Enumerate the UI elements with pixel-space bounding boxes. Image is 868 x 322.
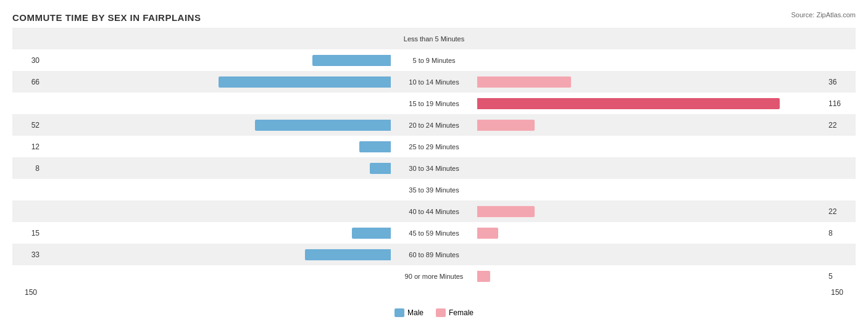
female-bar xyxy=(477,206,535,217)
axis-right: 150 xyxy=(831,288,843,297)
row-label: 25 to 29 Minutes xyxy=(409,143,459,151)
chart-row: 66 10 to 14 Minutes 36 xyxy=(12,71,856,93)
male-value: 30 xyxy=(12,56,43,65)
bar-inner: 35 to 39 Minutes xyxy=(43,179,825,200)
row-label: 30 to 34 Minutes xyxy=(409,165,459,172)
chart-row: 15 to 19 Minutes 116 xyxy=(12,93,856,114)
chart-container: COMMUTE TIME BY SEX IN FAIRPLAINS Source… xyxy=(0,0,868,322)
bar-inner: 10 to 14 Minutes xyxy=(43,71,825,93)
bar-inner: 90 or more Minutes xyxy=(43,265,825,287)
bar-inner: 25 to 29 Minutes xyxy=(43,136,825,157)
bar-inner: 5 to 9 Minutes xyxy=(43,49,825,71)
chart-row: 8 30 to 34 Minutes xyxy=(12,157,856,179)
row-label: 20 to 24 Minutes xyxy=(409,122,459,129)
chart-row: 15 45 to 59 Minutes 8 xyxy=(12,222,856,244)
female-value: 22 xyxy=(825,207,856,216)
female-bar xyxy=(477,76,571,88)
bar-inner: 20 to 24 Minutes xyxy=(43,114,825,136)
female-color-swatch xyxy=(436,308,446,317)
row-label-zone: 35 to 39 Minutes xyxy=(391,179,477,200)
row-label-zone: 45 to 59 Minutes xyxy=(391,222,477,244)
male-bar xyxy=(305,249,391,260)
chart-row: 12 25 to 29 Minutes xyxy=(12,136,856,157)
bottom-axis: 150 150 xyxy=(12,288,856,297)
bar-inner: 15 to 19 Minutes xyxy=(43,93,825,114)
row-label: 10 to 14 Minutes xyxy=(409,78,459,86)
male-value: 8 xyxy=(12,164,43,173)
row-label-zone: 60 to 89 Minutes xyxy=(391,244,477,265)
row-label-zone: 20 to 24 Minutes xyxy=(391,114,477,136)
female-bar xyxy=(477,228,498,239)
male-bar xyxy=(219,76,391,88)
female-value: 5 xyxy=(825,272,856,281)
male-value: 12 xyxy=(12,142,43,151)
row-label: 45 to 59 Minutes xyxy=(409,229,459,237)
chart-row: 33 60 to 89 Minutes xyxy=(12,244,856,265)
axis-left: 150 xyxy=(25,288,37,297)
row-label: 35 to 39 Minutes xyxy=(409,186,459,194)
row-label: Less than 5 Minutes xyxy=(404,35,464,43)
female-value: 116 xyxy=(825,99,856,108)
chart-row: 35 to 39 Minutes xyxy=(12,179,856,200)
row-label-zone: Less than 5 Minutes xyxy=(391,28,477,49)
row-label-zone: 10 to 14 Minutes xyxy=(391,71,477,93)
chart-title: COMMUTE TIME BY SEX IN FAIRPLAINS xyxy=(12,12,856,23)
legend-female: Female xyxy=(436,308,474,317)
legend-male: Male xyxy=(394,308,424,317)
row-label-zone: 5 to 9 Minutes xyxy=(391,49,477,71)
male-value: 52 xyxy=(12,121,43,130)
male-value: 15 xyxy=(12,229,43,237)
female-bar xyxy=(477,98,780,109)
male-bar xyxy=(370,163,391,174)
female-bar xyxy=(477,271,490,282)
bar-inner: 40 to 44 Minutes xyxy=(43,200,825,222)
female-value: 36 xyxy=(825,78,856,86)
female-value: 22 xyxy=(825,121,856,130)
chart-row: 52 20 to 24 Minutes 22 xyxy=(12,114,856,136)
row-label-zone: 15 to 19 Minutes xyxy=(391,93,477,114)
male-value: 33 xyxy=(12,250,43,259)
male-label: Male xyxy=(407,308,424,317)
row-label-zone: 90 or more Minutes xyxy=(391,265,477,287)
source-label: Source: ZipAtlas.com xyxy=(791,11,856,19)
row-label: 40 to 44 Minutes xyxy=(409,208,459,215)
legend: Male Female xyxy=(394,308,474,317)
male-bar xyxy=(359,141,391,152)
row-label-zone: 40 to 44 Minutes xyxy=(391,200,477,222)
male-bar xyxy=(352,228,391,239)
female-value: 8 xyxy=(825,229,856,237)
bar-inner: 30 to 34 Minutes xyxy=(43,157,825,179)
chart-row: 40 to 44 Minutes 22 xyxy=(12,200,856,222)
row-label-zone: 30 to 34 Minutes xyxy=(391,157,477,179)
row-label: 60 to 89 Minutes xyxy=(409,251,459,258)
male-bar xyxy=(312,55,391,66)
row-label: 15 to 19 Minutes xyxy=(409,100,459,107)
male-color-swatch xyxy=(394,308,404,317)
row-label: 5 to 9 Minutes xyxy=(412,57,455,64)
chart-row: Less than 5 Minutes xyxy=(12,28,856,49)
male-value: 66 xyxy=(12,78,43,86)
female-label: Female xyxy=(449,308,474,317)
row-label-zone: 25 to 29 Minutes xyxy=(391,136,477,157)
female-bar xyxy=(477,120,535,131)
row-label: 90 or more Minutes xyxy=(405,273,464,280)
chart-row: 90 or more Minutes 5 xyxy=(12,265,856,287)
bar-inner: 45 to 59 Minutes xyxy=(43,222,825,244)
bar-inner: 60 to 89 Minutes xyxy=(43,244,825,265)
male-bar xyxy=(255,120,391,131)
bar-inner: Less than 5 Minutes xyxy=(43,28,825,49)
chart-row: 30 5 to 9 Minutes xyxy=(12,49,856,71)
